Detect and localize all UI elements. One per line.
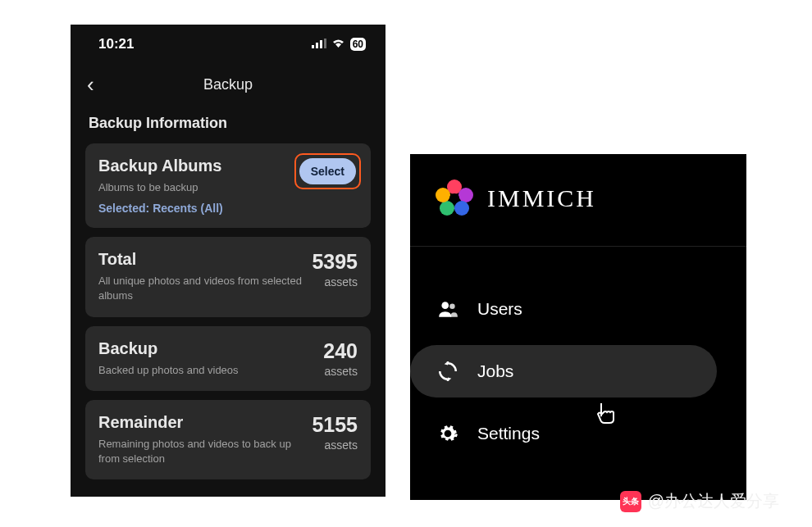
svg-rect-0 xyxy=(312,45,314,48)
watermark-text: @办公达人爱分享 xyxy=(648,490,779,512)
battery-badge: 60 xyxy=(350,38,366,51)
back-chevron-icon[interactable]: ‹ xyxy=(87,74,94,95)
svg-point-8 xyxy=(436,188,450,202)
nav-header: ‹ Backup xyxy=(71,59,385,107)
backup-albums-card: Backup Albums Albums to be backup Select… xyxy=(85,143,371,228)
brand-name: IMMICH xyxy=(487,184,596,212)
stat-value: 5155 xyxy=(312,413,358,437)
section-title: Backup Information xyxy=(71,107,385,143)
gear-icon xyxy=(436,422,459,445)
status-indicators: 60 xyxy=(312,36,366,52)
watermark: 头条 @办公达人爱分享 xyxy=(620,490,779,512)
sidebar-item-settings[interactable]: Settings xyxy=(410,404,746,463)
clock: 10:21 xyxy=(98,36,134,52)
pointer-cursor-icon xyxy=(595,400,616,430)
svg-rect-3 xyxy=(324,39,326,48)
stat-unit: assets xyxy=(312,275,358,288)
stat-heading: Backup xyxy=(98,339,323,358)
backup-stat-card: Backup Backed up photos and videos 240 a… xyxy=(85,326,371,391)
stat-value: 5395 xyxy=(312,250,358,274)
stat-subtitle: Backed up photos and videos xyxy=(98,363,323,378)
svg-rect-1 xyxy=(316,43,318,48)
svg-point-11 xyxy=(449,304,455,310)
divider xyxy=(410,246,746,247)
brand-row[interactable]: IMMICH xyxy=(410,154,746,246)
status-bar: 10:21 60 xyxy=(71,25,385,59)
mobile-backup-screen: 10:21 60 ‹ Backup Backup Information Bac… xyxy=(71,25,385,497)
svg-rect-2 xyxy=(320,40,322,48)
admin-sidebar: IMMICH Users Jobs Settings xyxy=(410,154,746,500)
svg-point-10 xyxy=(441,302,449,309)
selected-albums-text: Selected: Recents (All) xyxy=(98,202,358,215)
svg-point-7 xyxy=(440,201,454,216)
signal-icon xyxy=(312,36,326,52)
svg-point-5 xyxy=(458,188,473,202)
select-button-highlight: Select xyxy=(294,153,361,189)
immich-logo-icon xyxy=(435,179,474,218)
sync-icon xyxy=(436,360,459,383)
stat-unit: assets xyxy=(323,365,358,378)
total-stat-card: Total All unique photos and videos from … xyxy=(85,237,371,316)
sidebar-item-jobs[interactable]: Jobs xyxy=(410,345,717,398)
sidebar-item-users[interactable]: Users xyxy=(410,279,746,338)
users-icon xyxy=(436,298,459,320)
stat-heading: Remainder xyxy=(98,413,312,432)
stat-value: 240 xyxy=(323,339,358,363)
wifi-icon xyxy=(331,36,345,52)
svg-point-9 xyxy=(449,193,459,203)
stat-subtitle: Remaining photos and videos to back up f… xyxy=(98,437,312,466)
stat-subtitle: All unique photos and videos from select… xyxy=(98,274,312,303)
toutiao-logo-icon: 头条 xyxy=(620,491,641,512)
nav-label: Jobs xyxy=(477,361,513,381)
page-title: Backup xyxy=(203,76,253,93)
stat-heading: Total xyxy=(98,250,312,269)
select-button[interactable]: Select xyxy=(299,158,356,184)
nav-label: Users xyxy=(477,299,522,319)
remainder-stat-card: Remainder Remaining photos and videos to… xyxy=(85,400,371,479)
stat-unit: assets xyxy=(312,438,358,452)
svg-point-6 xyxy=(454,201,469,216)
nav-label: Settings xyxy=(477,424,540,443)
